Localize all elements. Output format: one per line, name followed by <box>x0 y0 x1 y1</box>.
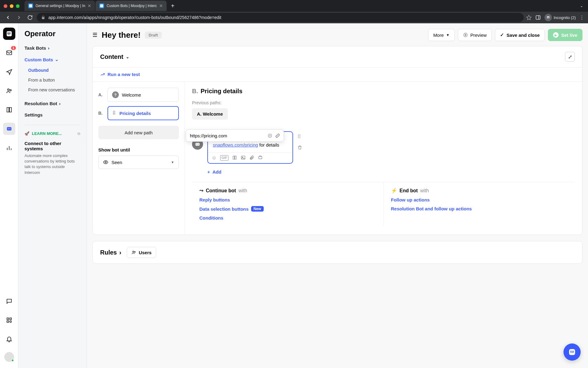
app-icon[interactable] <box>258 155 263 161</box>
sidebar-sub-from-button[interactable]: From a button <box>18 75 87 85</box>
new-tab-button[interactable]: + <box>167 2 178 10</box>
preview-button[interactable]: Preview <box>458 29 492 41</box>
url-bar[interactable]: app.intercom.com/a/apps/nnsgmgob/operato… <box>37 13 524 22</box>
sidebar-item-task-bots[interactable]: Task Bots › <box>18 42 87 54</box>
add-message-button[interactable]: Add <box>207 169 575 174</box>
info-title: Connect to other systems <box>24 141 81 151</box>
continue-title: ⤳ Continue bot with <box>199 188 376 194</box>
window-close[interactable] <box>4 4 7 8</box>
show-until-label: Show bot until <box>98 147 179 152</box>
chevron-down-icon: ⌄ <box>126 55 129 59</box>
menu-icon[interactable]: ☰ <box>92 32 97 38</box>
browser-tab-1[interactable]: General settings | Moodjoy | In ✕ <box>24 1 95 11</box>
continue-bot-col: ⤳ Continue bot with Reply buttons Data s… <box>192 182 384 226</box>
intercom-logo[interactable] <box>3 28 15 40</box>
rail-apps[interactable] <box>3 314 15 326</box>
add-label: Add <box>213 169 221 174</box>
rail-outbound[interactable] <box>3 66 15 78</box>
attachment-icon[interactable] <box>249 155 254 161</box>
bot-flow-row: ⤳ Continue bot with Reply buttons Data s… <box>192 182 575 226</box>
paths-column: A. ? Welcome B. ⠿ Pricing details Add <box>93 82 185 235</box>
button-label: More <box>433 33 444 38</box>
page-header: ☰ Hey there! Draft More ▼ Preview Save a… <box>92 27 582 46</box>
info-text: Automate more complex conversations by l… <box>24 153 81 175</box>
rail-reports[interactable] <box>3 142 15 154</box>
set-live-button[interactable]: ▶ Set live <box>548 29 582 41</box>
panel-icon[interactable] <box>535 15 541 20</box>
lock-icon <box>41 15 45 20</box>
run-test-link[interactable]: Run a new test <box>93 67 582 82</box>
path-letter: B. <box>98 111 104 116</box>
save-button[interactable]: Save and close <box>495 29 545 41</box>
url-popover <box>186 129 284 142</box>
rail-articles[interactable] <box>3 104 15 116</box>
sidebar-title: Operator <box>18 29 87 42</box>
rail-inbox[interactable]: 1 <box>3 47 15 59</box>
users-icon <box>131 250 136 255</box>
incognito-badge[interactable]: Incognito (2) <box>545 14 576 21</box>
emoji-icon[interactable]: ☺ <box>212 155 217 161</box>
show-until-section: Show bot until Seen ▼ <box>98 147 179 169</box>
back-button[interactable] <box>4 13 12 22</box>
gif-icon[interactable]: GIF <box>220 155 228 161</box>
url-input[interactable] <box>190 133 265 138</box>
content-title[interactable]: Content ⌄ <box>100 53 129 60</box>
path-box-welcome[interactable]: ? Welcome <box>107 88 179 102</box>
rail-messages[interactable] <box>3 295 15 307</box>
rail-contacts[interactable] <box>3 85 15 97</box>
rail-operator[interactable] <box>3 123 15 135</box>
rules-title-label: Rules <box>100 249 117 256</box>
window-zoom[interactable] <box>16 4 20 8</box>
svg-rect-29 <box>241 156 245 159</box>
resolution-followup-link[interactable]: Resolution Bot and follow up actions <box>391 206 568 211</box>
with-text: with <box>420 188 429 194</box>
followup-link[interactable]: Follow up actions <box>391 197 568 202</box>
prev-path-chip[interactable]: A. Welcome <box>192 108 228 120</box>
sidebar-learn-more[interactable]: 🚀 LEARN MORE... ⊖ <box>18 129 87 138</box>
window-minimize[interactable] <box>10 4 13 8</box>
kebab-icon[interactable]: ⋮ <box>579 15 584 21</box>
svg-point-27 <box>198 144 199 145</box>
clear-icon[interactable] <box>268 133 272 138</box>
close-icon[interactable]: ✕ <box>159 3 163 8</box>
expand-icon[interactable]: ⤢ <box>565 52 575 62</box>
message-toolbar: ☺ GIF <box>208 152 292 163</box>
link-icon[interactable] <box>275 133 280 138</box>
play-icon <box>463 33 468 37</box>
forward-button[interactable] <box>15 13 23 22</box>
chevron-right-icon: › <box>59 101 61 106</box>
users-pill[interactable]: Users <box>127 247 156 258</box>
add-path-button[interactable]: Add new path <box>98 126 179 139</box>
rail-notifications[interactable] <box>3 333 15 345</box>
sidebar-item-resolution-bot[interactable]: Resolution Bot › <box>18 98 87 109</box>
reply-buttons-link[interactable]: Reply buttons <box>199 197 376 202</box>
sidebar-sub-from-new[interactable]: From new conversations <box>18 85 87 95</box>
path-box-pricing[interactable]: ⠿ Pricing details <box>107 106 179 120</box>
message-link[interactable]: snapflows.com/pricing <box>213 142 258 148</box>
conditions-link[interactable]: Conditions <box>199 215 376 220</box>
sidebar-info-block[interactable]: Connect to other systems Automate more c… <box>18 138 87 178</box>
drag-handle-icon[interactable]: ⠿ <box>297 134 302 140</box>
close-icon[interactable]: ✕ <box>88 3 91 8</box>
trash-icon[interactable] <box>297 145 302 150</box>
data-selection-link[interactable]: Data selection buttons New <box>199 206 376 212</box>
chat-launcher[interactable] <box>564 343 581 361</box>
drag-handle-icon[interactable]: ⠿ <box>112 110 116 116</box>
tabs-overflow-icon[interactable]: ⌄ <box>580 4 588 8</box>
star-icon[interactable] <box>526 15 532 20</box>
browser-tab-2[interactable]: Custom Bots | Moodjoy | Interc ✕ <box>96 1 167 11</box>
sidebar-item-custom-bots[interactable]: Custom Bots ⌄ <box>18 54 87 65</box>
dismiss-icon[interactable]: ⊖ <box>77 131 81 136</box>
reload-button[interactable] <box>26 13 34 22</box>
rail-avatar[interactable] <box>4 352 14 362</box>
rules-title[interactable]: Rules › <box>100 249 121 256</box>
svg-point-11 <box>7 89 9 91</box>
svg-point-26 <box>196 144 197 145</box>
sidebar-item-settings[interactable]: Settings <box>18 109 87 121</box>
article-icon[interactable] <box>232 155 237 161</box>
more-button[interactable]: More ▼ <box>428 29 455 41</box>
button-label: Save and close <box>507 33 540 38</box>
image-icon[interactable] <box>241 155 246 161</box>
show-until-select[interactable]: Seen ▼ <box>98 155 179 169</box>
sidebar-sub-outbound[interactable]: Outbound <box>18 65 87 75</box>
